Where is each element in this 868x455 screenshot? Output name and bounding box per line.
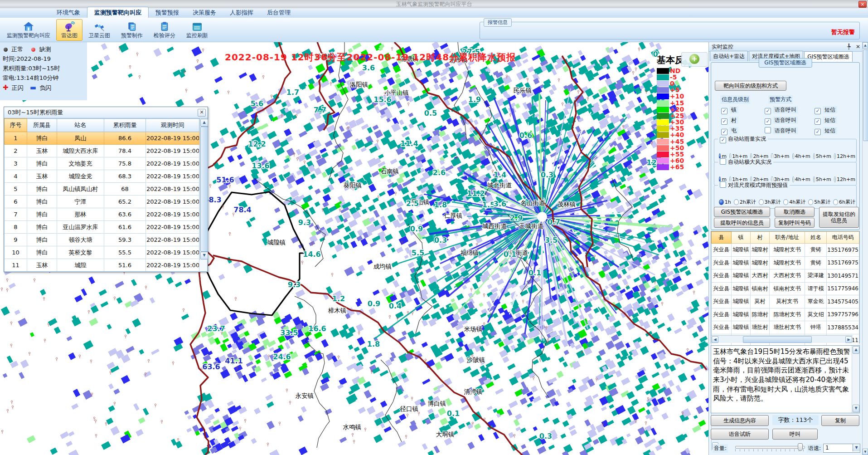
generate-message-button[interactable]: 生成信息内容 <box>711 415 769 426</box>
contacts-hscrollbar[interactable]: ◀ ▶ <box>711 335 853 343</box>
menu-tab-1[interactable]: 监测预警靶向叫应 <box>87 7 149 18</box>
scroll-right-icon[interactable]: ▶ <box>845 336 852 343</box>
gis-select-button[interactable]: GIS预警区域圈选 <box>714 207 770 217</box>
rain-window-close-icon[interactable]: ✕ <box>198 109 206 117</box>
warning-message-text[interactable]: 玉林市气象台19日5时15分发布暴雨橙色预警信号：4时以来兴业县城隍大西水库已出… <box>713 347 850 411</box>
radio-icon[interactable] <box>719 199 724 205</box>
checkbox-icon[interactable]: ✓ <box>815 118 821 125</box>
checkbox-icon[interactable]: ✓ <box>720 137 726 143</box>
scroll-down-icon[interactable]: ▼ <box>200 252 208 259</box>
call-button[interactable]: 呼叫 <box>772 429 818 440</box>
panel-tab-0[interactable]: 自动站+雷达 <box>710 51 748 61</box>
extract-call-button[interactable]: 提取呼叫的信息员 <box>714 218 770 228</box>
contact-row[interactable]: 兴业县城隍镇镇南村镇南村支书谭于模151775946 <box>712 282 859 295</box>
contacts-col-header[interactable]: 村 <box>751 232 769 244</box>
contact-row[interactable]: 兴业县城隍镇陈塘村陈塘村支书莫文绍139775796 <box>712 308 859 321</box>
volume-slider[interactable] <box>735 446 805 449</box>
voice-preview-button[interactable]: 语音试听 <box>711 429 769 440</box>
contacts-col-header[interactable]: 职务/地址 <box>769 232 805 244</box>
radio-icon[interactable] <box>813 176 815 182</box>
menu-tab-5[interactable]: 后台管理 <box>260 7 297 18</box>
contact-row[interactable]: 兴业县城隍镇塘肚村塘肚村支书钟塔137885534 <box>712 321 859 334</box>
radio-icon[interactable] <box>759 199 764 205</box>
radio-icon[interactable] <box>833 199 838 205</box>
contact-row[interactable]: 兴业县城隍镇莫村莫村支书覃金乾134575405 <box>712 295 859 308</box>
toolbar-button-1[interactable]: 雷达图 <box>56 19 82 41</box>
rain-col-header[interactable]: 所属县 <box>27 119 57 132</box>
message-scrollbar[interactable]: ▲ ▼ <box>852 346 859 413</box>
pin-icon[interactable]: ╄ <box>847 44 850 50</box>
rain-table-row[interactable]: 1博白凤山86.62022-08-19 15:00 <box>5 132 199 145</box>
copy-numbers-button[interactable]: 复制呼叫号码 <box>775 218 815 228</box>
contacts-col-header[interactable]: 镇 <box>731 232 751 244</box>
contact-row[interactable]: 兴业县城隍镇城隍村城隍村支书黄铸135176975 <box>712 256 859 269</box>
rain-table-row[interactable]: 7博白那林63.62022-08-19 15:00 <box>5 208 199 221</box>
menu-tab-2[interactable]: 预警预报 <box>149 7 186 18</box>
checkbox-icon[interactable]: ✓ <box>721 118 727 125</box>
checkbox-icon[interactable]: ✓ <box>815 129 821 135</box>
rain-col-header[interactable]: 累积雨量 <box>104 119 146 132</box>
radio-icon[interactable] <box>813 153 815 159</box>
checkbox-icon[interactable]: ✓ <box>721 108 727 114</box>
rain-window-titlebar[interactable]: 03时~15时累积雨量 ✕ <box>4 107 208 118</box>
scroll-up-icon[interactable]: ▲ <box>853 346 859 354</box>
menu-tab-3[interactable]: 决策服务 <box>186 7 223 18</box>
checkbox-icon[interactable]: ✓ <box>765 118 771 125</box>
checkbox-icon[interactable] <box>720 181 726 188</box>
radio-icon[interactable] <box>783 199 788 205</box>
scroll-thumb[interactable] <box>200 127 208 252</box>
radio-icon[interactable] <box>834 153 836 159</box>
checkbox-icon[interactable]: ✓ <box>721 129 727 135</box>
contact-row[interactable]: 兴业县城隍镇城隍村城隍村支书黄铸135176975 <box>712 244 859 257</box>
scroll-down-icon[interactable]: ▼ <box>863 449 868 455</box>
scroll-up-icon[interactable]: ▲ <box>863 42 868 49</box>
zoom-in-button[interactable]: + <box>681 52 708 67</box>
call-level-button[interactable]: 靶向叫应的级别和方式 <box>715 81 786 91</box>
rain-table-scrollbar[interactable]: ▲ ▼ <box>199 118 208 260</box>
rain-col-header[interactable]: 观测时间 <box>146 119 199 132</box>
scroll-thumb[interactable] <box>743 336 812 343</box>
menu-tab-0[interactable]: 环境气象 <box>50 7 87 18</box>
radar-map[interactable]: 沙塘镇蒲塘镇北市镇洛阳镇小平山镇民乐镇石南镇葵阳镇平山镇仁厚镇城北街道名山街道城… <box>0 42 708 455</box>
extract-sms-button[interactable]: 提取发短信的信息员 <box>819 207 859 228</box>
panel-close-icon[interactable]: ✕ <box>856 44 860 50</box>
toolbar-button-2[interactable]: 卫星云图 <box>83 19 115 41</box>
radio-icon[interactable] <box>808 199 813 205</box>
rain-table-row[interactable]: 4玉林城隍金党68.32022-08-19 15:00 <box>5 170 199 183</box>
checkbox-icon[interactable] <box>765 127 771 133</box>
contacts-col-header[interactable]: 姓名 <box>805 232 827 244</box>
checkbox-icon[interactable] <box>720 158 726 165</box>
toolbar-button-4[interactable]: 检验评分 <box>149 19 180 41</box>
scroll-up-icon[interactable]: ▲ <box>200 119 208 127</box>
panel-vscrollbar[interactable]: ▲ ▼ <box>862 42 868 455</box>
rain-table-row[interactable]: 11玉林城隍51.62022-08-19 15:00 <box>5 259 199 272</box>
rain-col-header[interactable]: 序号 <box>5 119 27 132</box>
radio-icon[interactable] <box>834 176 836 182</box>
radio-icon[interactable] <box>734 199 739 205</box>
rain-table-row[interactable]: 5博白凤山镇凤山村682022-08-19 15:00 <box>5 183 199 196</box>
contacts-col-header[interactable]: 县 <box>712 232 732 244</box>
toolbar-button-3[interactable]: 预警制作 <box>116 19 148 41</box>
scroll-left-icon[interactable]: ◀ <box>712 336 718 343</box>
rain-table-row[interactable]: 10博白英桥文黎55.52022-08-19 15:00 <box>5 246 199 259</box>
rain-table-row[interactable]: 6博白宁潭65.22022-08-19 15:00 <box>5 196 199 208</box>
checkbox-icon[interactable]: ✓ <box>765 108 771 114</box>
toolbar-button-0[interactable]: 监测预警靶向叫应 <box>2 19 55 41</box>
rain-table-row[interactable]: 8博白亚山温罗水库61.62022-08-19 15:00 <box>5 221 199 234</box>
checkbox-icon[interactable]: ✓ <box>815 108 821 114</box>
scroll-down-icon[interactable]: ▼ <box>853 405 859 412</box>
radio-icon[interactable] <box>792 153 794 159</box>
toolbar-button-5[interactable]: 监控刷新 <box>181 19 213 41</box>
radio-icon[interactable] <box>792 176 794 182</box>
window-close-button[interactable]: × <box>858 1 867 8</box>
contacts-col-header[interactable]: 电话号码 <box>827 232 859 244</box>
volume-slider-thumb[interactable] <box>798 443 803 451</box>
copy-button[interactable]: 复制 <box>821 415 859 426</box>
contact-row[interactable]: 兴业县城隍镇大西村大西村支书梁泽建130149571 <box>712 269 859 283</box>
rain-table-row[interactable]: 2玉林城隍大西水库78.42022-08-19 15:00 <box>5 145 199 157</box>
cancel-select-button[interactable]: 取消圈选 <box>775 207 815 217</box>
rain-table-row[interactable]: 3博白文地姜充75.82022-08-19 15:00 <box>5 157 199 170</box>
scroll-thumb[interactable] <box>863 49 868 141</box>
speed-select[interactable]: 1 ▼ <box>823 444 860 453</box>
rain-table-row[interactable]: 9博白顿谷大塘59.32022-08-19 15:00 <box>5 234 199 246</box>
